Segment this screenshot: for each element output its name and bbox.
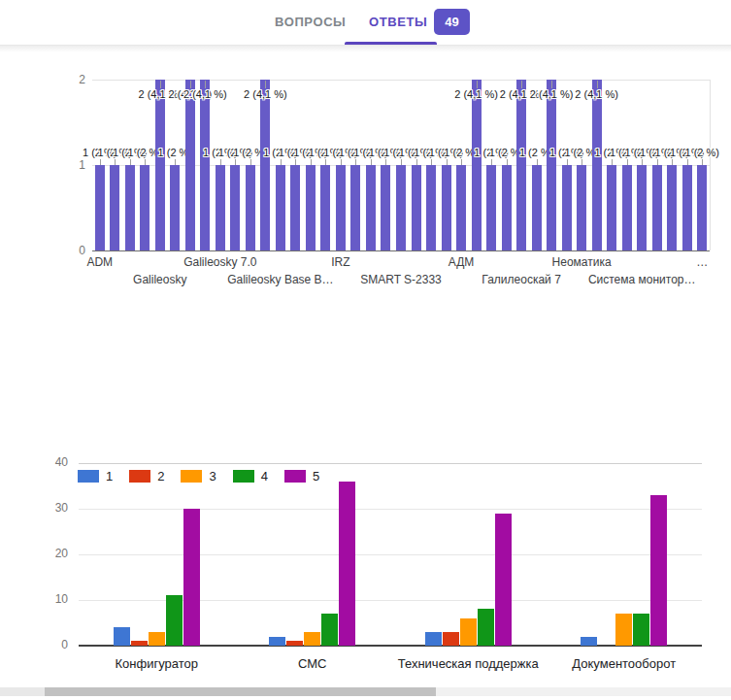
chart2-gridline xyxy=(79,554,702,555)
legend-label: 5 xyxy=(313,469,319,483)
chart2-bar-series-1 xyxy=(581,637,597,646)
chart2-ytick: 10 xyxy=(39,592,68,606)
chart2-category-label: Документооборот xyxy=(537,656,712,671)
legend-swatch xyxy=(129,470,150,483)
legend-swatch xyxy=(233,470,254,483)
tab-answers[interactable]: ОТВЕТЫ xyxy=(369,15,427,29)
chart2-bar-series-2 xyxy=(131,641,148,646)
chart2-ytick: 0 xyxy=(39,638,68,651)
chart2-bar-series-3 xyxy=(149,632,165,646)
chart2-bar-series-4 xyxy=(478,609,494,646)
chart2-category-label: Конфигуратор xyxy=(69,656,244,671)
chart2-bar-series-4 xyxy=(166,595,183,646)
chart2-bar-series-2 xyxy=(286,641,303,646)
chart2-bar-series-3 xyxy=(615,614,632,646)
horizontal-scrollbar-thumb[interactable] xyxy=(45,687,436,696)
scrollbar-corner xyxy=(0,687,45,696)
chart2-bar-series-5 xyxy=(183,509,200,646)
chart2-bar-series-4 xyxy=(321,614,338,646)
header-shadow xyxy=(0,46,731,52)
tab-questions[interactable]: ВОПРОСЫ xyxy=(275,15,346,29)
chart2-bar-series-1 xyxy=(269,637,285,646)
horizontal-scrollbar-track[interactable] xyxy=(0,687,731,696)
category-scores-chart: 01020304012345КонфигураторСМСТехническая… xyxy=(0,0,731,700)
chart2-bar-series-1 xyxy=(425,632,442,646)
chart2-bar-series-5 xyxy=(339,482,355,646)
legend-label: 4 xyxy=(261,469,268,483)
chart2-category-label: Техническая поддержка xyxy=(381,656,555,671)
chart2-bar-series-3 xyxy=(460,618,477,646)
legend-item: 1 xyxy=(78,469,113,483)
chart2-ytick: 40 xyxy=(39,455,68,469)
legend-label: 1 xyxy=(106,469,113,483)
chart2-ytick: 30 xyxy=(39,501,68,515)
chart2-legend: 12345 xyxy=(78,469,336,483)
legend-label: 3 xyxy=(209,469,216,483)
survey-responses-page: ВОПРОСЫ ОТВЕТЫ 49 0121 (2 %)1 (2 %)1 (2 … xyxy=(0,0,731,700)
legend-label: 2 xyxy=(157,469,164,483)
legend-item: 4 xyxy=(233,469,268,483)
legend-item: 3 xyxy=(181,469,216,483)
legend-item: 2 xyxy=(129,469,164,483)
legend-item: 5 xyxy=(284,469,319,483)
legend-swatch xyxy=(284,470,306,483)
legend-swatch xyxy=(78,470,99,483)
chart2-gridline xyxy=(79,509,702,510)
tabs-header: ВОПРОСЫ ОТВЕТЫ 49 xyxy=(0,0,731,46)
chart2-bar-series-2 xyxy=(443,632,459,646)
chart2-category-label: СМС xyxy=(225,656,400,671)
chart2-bar-series-5 xyxy=(650,495,667,646)
chart2-gridline xyxy=(79,463,702,464)
chart2-bar-series-1 xyxy=(114,627,130,646)
chart2-bar-series-3 xyxy=(304,632,320,646)
legend-swatch xyxy=(181,470,202,483)
chart2-bar-series-4 xyxy=(633,614,649,646)
chart2-bar-series-5 xyxy=(495,514,512,646)
chart2-ytick: 20 xyxy=(39,547,68,560)
active-tab-indicator xyxy=(345,42,437,45)
answers-count-badge[interactable]: 49 xyxy=(434,9,470,35)
